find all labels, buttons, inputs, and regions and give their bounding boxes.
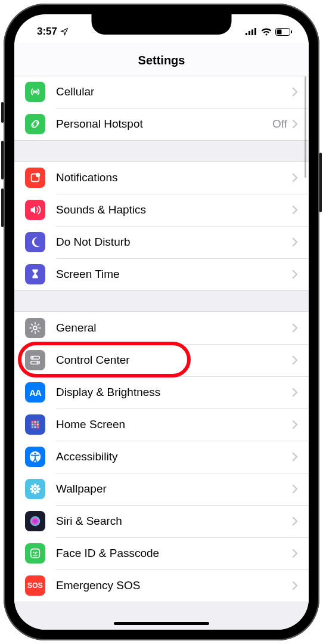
face-icon	[25, 543, 45, 564]
chevron-right-icon	[292, 119, 298, 129]
svg-rect-23	[34, 426, 36, 428]
notch	[92, 14, 232, 35]
aa-icon: AA	[25, 382, 45, 402]
status-time: 3:57	[37, 26, 57, 38]
row-label: Accessibility	[56, 450, 292, 463]
row-label: Personal Hotspot	[56, 117, 272, 131]
cellular-signal-icon	[246, 28, 257, 35]
gear-icon	[25, 318, 45, 338]
row-hotspot[interactable]: Personal HotspotOff	[14, 108, 309, 140]
row-label: Screen Time	[56, 268, 292, 281]
chevron-right-icon	[292, 388, 298, 397]
svg-point-27	[34, 488, 37, 491]
row-dnd[interactable]: Do Not Disturb	[14, 226, 309, 258]
svg-rect-19	[32, 423, 33, 425]
hourglass-icon	[25, 264, 45, 284]
chevron-right-icon	[292, 205, 298, 215]
svg-rect-21	[37, 423, 39, 425]
speaker-icon	[25, 200, 45, 220]
svg-rect-2	[251, 30, 253, 36]
svg-rect-18	[37, 421, 39, 423]
row-wallpaper[interactable]: Wallpaper	[14, 473, 309, 505]
row-faceid[interactable]: Face ID & Passcode	[14, 537, 309, 569]
chevron-right-icon	[292, 323, 298, 333]
svg-rect-17	[34, 421, 36, 423]
row-screentime[interactable]: Screen Time	[14, 258, 309, 290]
svg-rect-16	[32, 421, 33, 423]
row-label: Emergency SOS	[56, 579, 292, 592]
notifications-icon	[25, 168, 45, 188]
row-label: Face ID & Passcode	[56, 547, 292, 560]
grid-icon	[25, 414, 45, 435]
row-label: Wallpaper	[56, 482, 292, 496]
svg-rect-24	[37, 426, 39, 428]
switches-icon	[25, 350, 45, 370]
row-homescreen[interactable]: Home Screen	[14, 408, 309, 441]
location-arrow-icon	[60, 27, 69, 36]
chevron-right-icon	[292, 549, 298, 558]
settings-section: CellularPersonal HotspotOff	[14, 76, 309, 141]
svg-rect-6	[291, 30, 292, 33]
power-button	[319, 153, 322, 212]
wifi-icon	[261, 28, 272, 36]
chevron-right-icon	[292, 87, 298, 97]
svg-rect-22	[32, 426, 33, 428]
svg-rect-20	[34, 423, 36, 425]
sos-icon: SOS	[25, 575, 45, 596]
svg-point-29	[34, 491, 36, 494]
row-label: Cellular	[56, 85, 292, 98]
antenna-icon	[25, 82, 45, 102]
svg-point-39	[36, 552, 38, 553]
row-notifications[interactable]: Notifications	[14, 162, 309, 194]
row-label: Sounds & Haptics	[56, 203, 292, 216]
row-sos[interactable]: SOSEmergency SOS	[14, 569, 309, 602]
row-cellular[interactable]: Cellular	[14, 76, 309, 108]
row-display[interactable]: AADisplay & Brightness	[14, 376, 309, 408]
flower-icon	[25, 479, 45, 499]
row-siri[interactable]: Siri & Search	[14, 505, 309, 537]
svg-point-31	[37, 488, 41, 490]
row-controlcenter[interactable]: Control Center	[14, 344, 309, 376]
chevron-right-icon	[292, 581, 298, 590]
row-label: Notifications	[56, 171, 292, 184]
svg-point-28	[34, 484, 36, 487]
volume-down-button	[1, 188, 4, 227]
row-label: Home Screen	[56, 418, 292, 431]
svg-point-14	[37, 362, 39, 364]
volume-up-button	[1, 141, 4, 179]
screen: 3:57 Settings	[14, 14, 309, 630]
chevron-right-icon	[292, 355, 298, 365]
row-label: Control Center	[56, 354, 292, 367]
svg-point-38	[33, 552, 34, 553]
row-general[interactable]: General	[14, 312, 309, 344]
row-sounds[interactable]: Sounds & Haptics	[14, 194, 309, 226]
svg-rect-0	[246, 33, 247, 35]
row-accessibility[interactable]: Accessibility	[14, 441, 309, 473]
scroll-indicator[interactable]	[305, 76, 306, 178]
settings-section: NotificationsSounds & HapticsDo Not Dist…	[14, 161, 309, 291]
chevron-right-icon	[292, 173, 298, 182]
link-icon	[25, 114, 45, 134]
chevron-right-icon	[292, 452, 298, 462]
siri-icon	[25, 511, 45, 531]
moon-icon	[25, 232, 45, 252]
row-label: General	[56, 321, 292, 335]
svg-point-7	[34, 91, 36, 93]
chevron-right-icon	[292, 270, 298, 279]
svg-point-10	[33, 326, 37, 330]
settings-list[interactable]: CellularPersonal HotspotOffNotifications…	[14, 76, 309, 630]
svg-point-12	[32, 357, 33, 358]
chevron-right-icon	[292, 237, 298, 247]
settings-section: GeneralControl CenterAADisplay & Brightn…	[14, 311, 309, 602]
row-label: Do Not Disturb	[56, 236, 292, 249]
mute-switch	[1, 102, 4, 123]
svg-point-30	[30, 488, 33, 490]
page-title: Settings	[14, 43, 309, 76]
svg-rect-1	[249, 31, 250, 35]
svg-point-36	[30, 516, 41, 527]
home-indicator[interactable]	[114, 622, 209, 625]
svg-point-26	[34, 453, 36, 454]
chevron-right-icon	[292, 516, 298, 526]
svg-rect-3	[254, 28, 256, 35]
device-frame: 3:57 Settings	[4, 4, 319, 640]
